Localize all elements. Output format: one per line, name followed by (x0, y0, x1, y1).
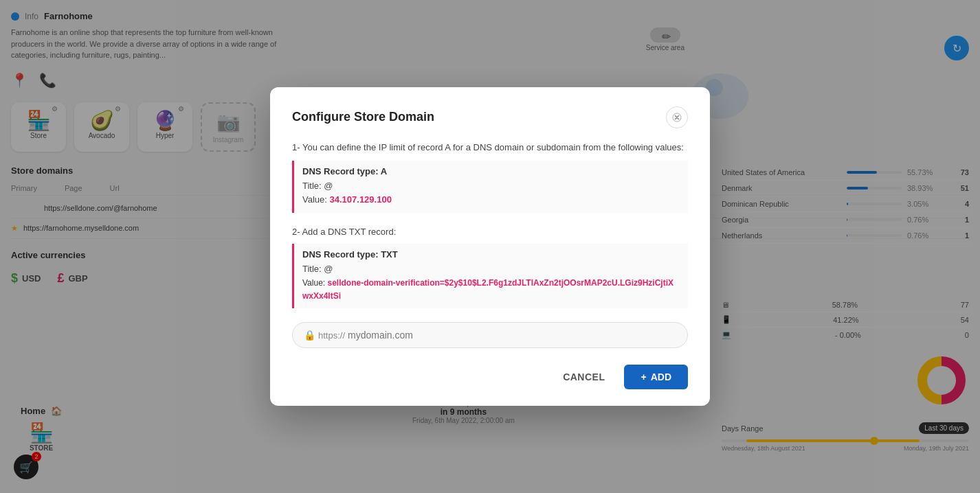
cancel-button[interactable]: CANCEL (552, 365, 616, 389)
dns-txt-title: Title: @ (302, 262, 680, 277)
modal-header: Configure Store Domain (292, 106, 688, 128)
modal-title: Configure Store Domain (292, 110, 434, 124)
add-label: ADD (651, 371, 671, 382)
dns-type-txt: DNS Record type: TXT (302, 249, 680, 260)
lock-icon: 🔒 (304, 330, 315, 341)
dns-type-a: DNS Record type: A (302, 166, 680, 176)
add-button[interactable]: + ADD (624, 365, 688, 389)
dns-a-title: Title: @ (302, 179, 680, 194)
modal-instruction-1: 1- You can define the IP limit of record… (292, 142, 688, 152)
dns-a-value: Value: 34.107.129.100 (302, 193, 680, 207)
modal-overlay: Configure Store Domain 1- You can define… (0, 0, 980, 493)
dns-txt-value: Value: selldone-domain-verification=$2y$… (302, 277, 680, 303)
configure-domain-modal: Configure Store Domain 1- You can define… (270, 87, 710, 406)
domain-input-row: 🔒 https:// (292, 322, 688, 348)
add-icon: + (641, 371, 646, 382)
domain-prefix: https:// (318, 330, 345, 341)
dns-record-a-block: DNS Record type: A Title: @ Value: 34.10… (292, 161, 688, 214)
modal-close-button[interactable] (666, 106, 688, 128)
modal-instruction-2: 2- Add a DNS TXT record: (292, 227, 688, 237)
dns-record-txt-block: DNS Record type: TXT Title: @ Value: sel… (292, 244, 688, 308)
modal-footer: CANCEL + ADD (292, 365, 688, 389)
domain-input[interactable] (348, 330, 676, 341)
